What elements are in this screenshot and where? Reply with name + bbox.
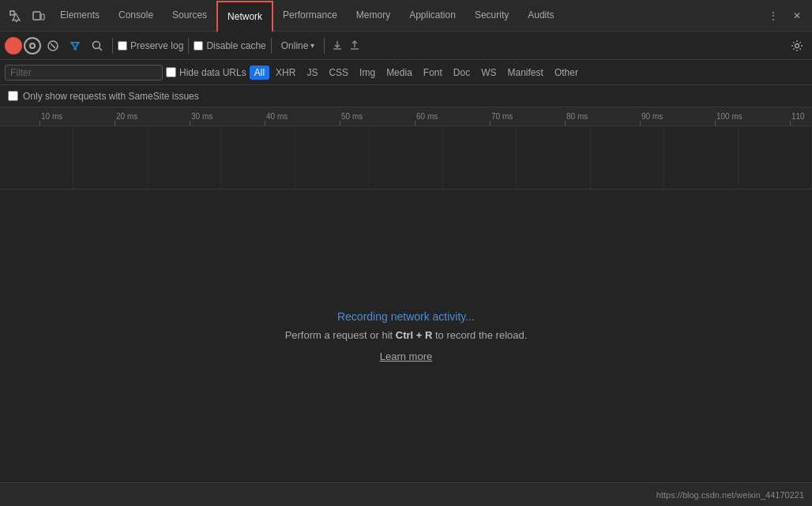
tab-memory[interactable]: Memory <box>347 0 400 32</box>
status-url: https://blog.csdn.net/weixin_44170221 <box>656 490 804 500</box>
recording-text: Recording network activity... <box>337 310 475 323</box>
ruler-tick: 80 ms <box>565 112 588 126</box>
svg-line-6 <box>100 47 103 51</box>
filter-type-btn-font[interactable]: Font <box>419 66 447 80</box>
learn-more-link[interactable]: Learn more <box>380 350 432 362</box>
svg-point-7 <box>795 43 799 47</box>
tab-sources[interactable]: Sources <box>163 0 216 32</box>
ruler-tick: 10 ms <box>39 112 62 126</box>
grid-col <box>739 126 812 189</box>
close-devtools-icon[interactable]: ✕ <box>786 5 808 27</box>
tab-performance[interactable]: Performance <box>273 0 347 32</box>
grid-col <box>443 126 517 189</box>
ruler-tick: 40 ms <box>265 112 288 126</box>
toolbar-separator-3 <box>271 38 272 54</box>
filter-type-btn-media[interactable]: Media <box>382 66 417 80</box>
ruler-tick: 50 ms <box>340 112 363 126</box>
stop-recording-button[interactable] <box>24 37 41 54</box>
filter-type-btn-js[interactable]: JS <box>302 66 322 80</box>
record-button[interactable] <box>5 37 22 54</box>
network-toolbar: Preserve log Disable cache Online ▾ <box>0 32 812 60</box>
settings-icon[interactable] <box>787 36 807 56</box>
inspect-element-icon[interactable] <box>4 5 26 27</box>
device-toolbar-icon[interactable] <box>28 5 50 27</box>
devtools-tabs-bar: Elements Console Sources Network Perform… <box>0 0 812 32</box>
filter-type-btn-other[interactable]: Other <box>550 66 583 80</box>
tab-security[interactable]: Security <box>465 0 518 32</box>
ruler-tick: 110 <box>790 112 805 126</box>
grid-col <box>369 126 442 189</box>
tab-application[interactable]: Application <box>400 0 465 32</box>
hide-data-urls-label[interactable]: Hide data URLs <box>166 67 246 78</box>
toolbar-separator-2 <box>188 38 189 54</box>
preserve-log-checkbox[interactable] <box>118 41 127 51</box>
grid-col <box>148 126 221 189</box>
grid-col <box>0 126 73 189</box>
clear-network-log-icon[interactable] <box>43 36 63 56</box>
tab-audits[interactable]: Audits <box>518 0 563 32</box>
samesite-bar: Only show requests with SameSite issues <box>0 85 812 107</box>
export-har-icon[interactable] <box>347 38 363 54</box>
filter-type-btn-all[interactable]: All <box>250 66 269 80</box>
chevron-down-icon: ▾ <box>310 41 314 50</box>
svg-rect-1 <box>33 12 40 20</box>
hide-data-urls-checkbox[interactable] <box>166 67 176 77</box>
filter-icon[interactable] <box>65 36 85 56</box>
filter-type-btn-img[interactable]: Img <box>355 66 380 80</box>
import-har-icon[interactable] <box>329 38 345 54</box>
tab-elements[interactable]: Elements <box>51 0 109 32</box>
toolbar-separator-1 <box>112 38 113 54</box>
filter-input[interactable] <box>10 67 137 78</box>
grid-col <box>295 126 369 189</box>
more-tabs-icon[interactable]: ⋮ <box>762 5 784 27</box>
filter-type-btn-xhr[interactable]: XHR <box>271 66 300 80</box>
svg-rect-0 <box>10 11 14 15</box>
disable-cache-checkbox[interactable] <box>194 41 203 51</box>
filter-type-btn-manifest[interactable]: Manifest <box>503 66 548 80</box>
main-content: Recording network activity... Perform a … <box>0 189 812 482</box>
grid-col <box>73 126 147 189</box>
filter-type-btn-ws[interactable]: WS <box>476 66 501 80</box>
svg-point-5 <box>93 41 100 48</box>
ruler-tick: 90 ms <box>640 112 663 126</box>
grid-col <box>517 126 590 189</box>
empty-state: Recording network activity... Perform a … <box>285 189 528 482</box>
search-icon[interactable] <box>87 36 107 56</box>
filter-bar: Hide data URLs AllXHRJSCSSImgMediaFontDo… <box>0 60 812 85</box>
grid-col <box>221 126 295 189</box>
ruler-tick: 70 ms <box>490 112 513 126</box>
status-bar: https://blog.csdn.net/weixin_44170221 <box>0 482 812 506</box>
disable-cache-label[interactable]: Disable cache <box>194 40 265 51</box>
grid-col <box>591 126 664 189</box>
timeline-ruler: 10 ms20 ms30 ms40 ms50 ms60 ms70 ms80 ms… <box>0 107 812 126</box>
grid-col <box>664 126 738 189</box>
samesite-label[interactable]: Only show requests with SameSite issues <box>8 91 199 102</box>
samesite-checkbox[interactable] <box>8 91 18 101</box>
network-throttle-dropdown[interactable]: Online ▾ <box>276 39 320 53</box>
ruler-tick: 60 ms <box>415 112 438 126</box>
timeline-grid <box>0 126 812 189</box>
toolbar-separator-4 <box>324 38 325 54</box>
filter-type-btn-css[interactable]: CSS <box>324 66 353 80</box>
svg-rect-2 <box>41 14 44 20</box>
filter-type-buttons: AllXHRJSCSSImgMediaFontDocWSManifestOthe… <box>250 66 583 80</box>
ruler-tick: 30 ms <box>190 112 212 126</box>
perform-text: Perform a request or hit Ctrl + R to rec… <box>285 329 528 341</box>
filter-type-btn-doc[interactable]: Doc <box>449 66 475 80</box>
ruler-tick: 20 ms <box>115 112 137 126</box>
tab-network[interactable]: Network <box>216 1 273 32</box>
filter-input-wrap <box>5 65 163 81</box>
preserve-log-label[interactable]: Preserve log <box>118 40 183 51</box>
tab-console[interactable]: Console <box>109 0 163 32</box>
svg-line-4 <box>51 43 55 48</box>
ruler-tick: 100 ms <box>715 112 742 126</box>
